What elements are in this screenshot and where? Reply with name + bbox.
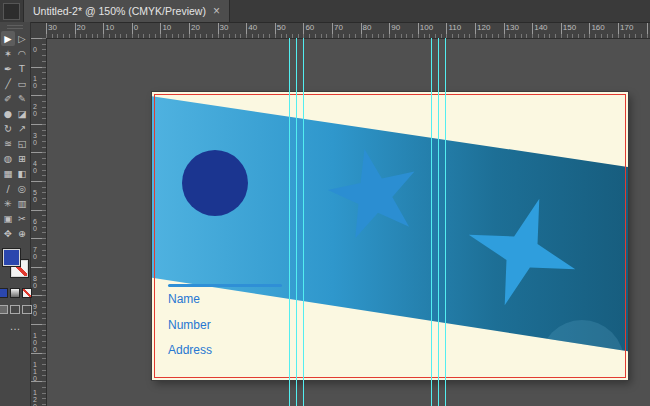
guide-line[interactable] bbox=[438, 38, 439, 406]
v-ruler-label: 1 2 0 bbox=[33, 389, 37, 406]
rotate-tool-icon[interactable]: ↻ bbox=[1, 121, 15, 136]
column-graph-tool-icon[interactable]: ▥ bbox=[15, 196, 29, 211]
rectangle-tool-icon[interactable]: ▭ bbox=[15, 76, 29, 91]
draw-normal-button[interactable] bbox=[0, 305, 8, 314]
guide-line[interactable] bbox=[303, 38, 304, 406]
pencil-tool-icon[interactable]: ✎ bbox=[15, 91, 29, 106]
free-transform-tool-icon[interactable]: ◱ bbox=[15, 136, 29, 151]
perspective-grid-tool-icon[interactable]: ⊞ bbox=[15, 151, 29, 166]
v-ruler-label: 7 0 bbox=[33, 246, 37, 260]
color-button[interactable] bbox=[0, 288, 8, 298]
canvas[interactable]: Name Number Address bbox=[46, 38, 650, 406]
v-ruler-label: 1 0 0 bbox=[33, 332, 37, 353]
v-ruler-minor-ticks bbox=[42, 38, 46, 406]
panel-grip[interactable] bbox=[7, 25, 23, 29]
v-ruler[interactable]: 01 02 03 04 05 06 07 08 09 01 0 01 1 01 … bbox=[30, 38, 47, 406]
h-ruler-label: 0 bbox=[134, 23, 138, 32]
tools-panel: ▶▷✶◠✒T╱▭✐✎●◪↻↗≋◱◍⊞▦◧∕◎✳▥▣✂✥⊕ … bbox=[0, 22, 31, 406]
v-ruler-label: 6 0 bbox=[33, 218, 37, 232]
h-ruler-label: 20 bbox=[191, 23, 200, 32]
document-tab-title: Untitled-2* @ 150% (CMYK/Preview) bbox=[33, 5, 206, 17]
width-tool-icon[interactable]: ≋ bbox=[1, 136, 15, 151]
h-ruler-label: 150 bbox=[563, 23, 576, 32]
v-ruler-label: 8 0 bbox=[33, 275, 37, 289]
scale-tool-icon[interactable]: ↗ bbox=[15, 121, 29, 136]
selection-tool-icon[interactable]: ▶ bbox=[1, 31, 15, 46]
type-tool-icon[interactable]: T bbox=[15, 61, 29, 76]
h-ruler-minor-ticks bbox=[46, 34, 650, 38]
h-ruler-label: 160 bbox=[591, 23, 604, 32]
document-tab[interactable]: Untitled-2* @ 150% (CMYK/Preview) × bbox=[23, 0, 230, 22]
symbol-sprayer-tool-icon[interactable]: ✳ bbox=[1, 196, 15, 211]
h-ruler-label: 170 bbox=[620, 23, 633, 32]
tools-grid: ▶▷✶◠✒T╱▭✐✎●◪↻↗≋◱◍⊞▦◧∕◎✳▥▣✂✥⊕ bbox=[1, 31, 29, 241]
artboard-red-border bbox=[154, 94, 626, 378]
v-ruler-label: 5 0 bbox=[33, 189, 37, 203]
slice-tool-icon[interactable]: ✂ bbox=[15, 211, 29, 226]
paintbrush-tool-icon[interactable]: ✐ bbox=[1, 91, 15, 106]
v-ruler-label: 3 0 bbox=[33, 132, 37, 146]
tab-close-icon[interactable]: × bbox=[213, 5, 220, 17]
v-ruler-label: 4 0 bbox=[33, 160, 37, 174]
h-ruler[interactable]: 3020100102030405060708090100110120130140… bbox=[46, 22, 650, 39]
illustrator-window: Untitled-2* @ 150% (CMYK/Preview) × ▶▷✶◠… bbox=[0, 0, 650, 406]
mesh-tool-icon[interactable]: ▦ bbox=[1, 166, 15, 181]
ruler-origin-corner[interactable] bbox=[30, 22, 47, 39]
fill-stroke-swatches bbox=[2, 249, 28, 281]
h-ruler-label: 80 bbox=[363, 23, 372, 32]
guide-line[interactable] bbox=[289, 38, 290, 406]
h-ruler-label: 130 bbox=[506, 23, 519, 32]
gradient-button[interactable] bbox=[10, 288, 20, 298]
zoom-tool-icon[interactable]: ⊕ bbox=[15, 226, 29, 241]
v-ruler-label: 1 0 bbox=[33, 75, 37, 89]
v-ruler-label: 1 1 0 bbox=[33, 361, 37, 382]
draw-inside-button[interactable] bbox=[22, 305, 32, 314]
magic-wand-tool-icon[interactable]: ✶ bbox=[1, 46, 15, 61]
app-icon[interactable] bbox=[3, 3, 20, 20]
v-ruler-label: 2 0 bbox=[33, 103, 37, 117]
h-ruler-label: 70 bbox=[334, 23, 343, 32]
eyedropper-tool-icon[interactable]: ∕ bbox=[1, 181, 15, 196]
h-ruler-label: 30 bbox=[48, 23, 57, 32]
blend-tool-icon[interactable]: ◎ bbox=[15, 181, 29, 196]
h-ruler-label: 20 bbox=[77, 23, 86, 32]
guide-line[interactable] bbox=[431, 38, 432, 406]
eraser-tool-icon[interactable]: ◪ bbox=[15, 106, 29, 121]
h-ruler-label: 60 bbox=[305, 23, 314, 32]
blob-brush-tool-icon[interactable]: ● bbox=[1, 106, 15, 121]
v-ruler-label: 9 0 bbox=[33, 303, 37, 317]
h-ruler-label: 50 bbox=[277, 23, 286, 32]
paint-style-row bbox=[0, 288, 32, 298]
h-ruler-label: 120 bbox=[477, 23, 490, 32]
h-ruler-label: 30 bbox=[220, 23, 229, 32]
h-ruler-label: 10 bbox=[162, 23, 171, 32]
draw-mode-row bbox=[0, 305, 32, 314]
pen-tool-icon[interactable]: ✒ bbox=[1, 61, 15, 76]
guide-line[interactable] bbox=[296, 38, 297, 406]
shape-builder-tool-icon[interactable]: ◍ bbox=[1, 151, 15, 166]
artboard[interactable]: Name Number Address bbox=[152, 92, 628, 380]
document-tab-bar: Untitled-2* @ 150% (CMYK/Preview) × bbox=[0, 0, 650, 23]
screen-mode-ellipsis[interactable]: … bbox=[10, 322, 21, 330]
direct-selection-tool-icon[interactable]: ▷ bbox=[15, 31, 29, 46]
guide-line[interactable] bbox=[445, 38, 446, 406]
h-ruler-label: 40 bbox=[248, 23, 257, 32]
line-segment-tool-icon[interactable]: ╱ bbox=[1, 76, 15, 91]
artboard-tool-icon[interactable]: ▣ bbox=[1, 211, 15, 226]
h-ruler-label: 110 bbox=[448, 23, 461, 32]
h-ruler-label: 140 bbox=[534, 23, 547, 32]
v-ruler-label: 0 bbox=[33, 46, 37, 53]
h-ruler-label: 10 bbox=[105, 23, 114, 32]
gradient-tool-icon[interactable]: ◧ bbox=[15, 166, 29, 181]
draw-behind-button[interactable] bbox=[10, 305, 20, 314]
h-ruler-label: 90 bbox=[391, 23, 400, 32]
none-button[interactable] bbox=[22, 288, 32, 298]
fill-color-swatch[interactable] bbox=[3, 249, 20, 266]
lasso-tool-icon[interactable]: ◠ bbox=[15, 46, 29, 61]
hand-tool-icon[interactable]: ✥ bbox=[1, 226, 15, 241]
h-ruler-label: 100 bbox=[420, 23, 433, 32]
